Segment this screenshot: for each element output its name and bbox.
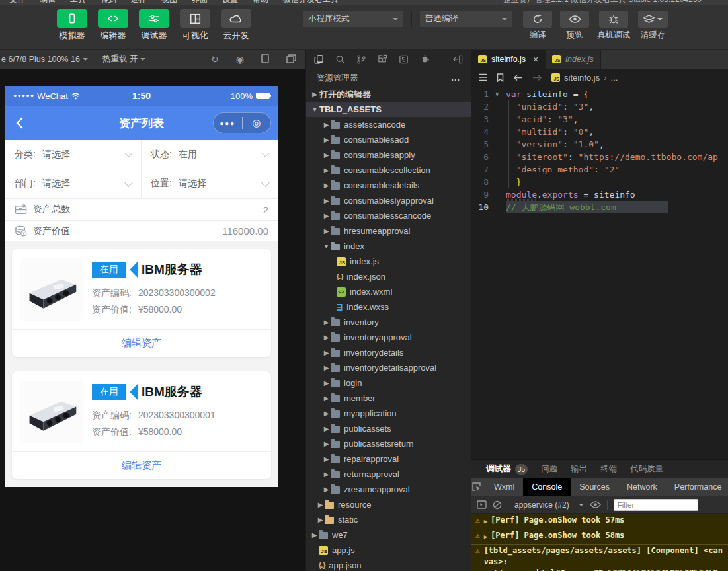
tree-item[interactable]: ▶ assetsscancode [306,117,471,132]
debugger-panel-tab[interactable]: 终端 [600,463,617,475]
toolbar-button[interactable]: 编辑器 [98,9,128,42]
devtools-tab[interactable]: Wxml [485,478,523,496]
debugger-panel-tab[interactable]: 输出 [571,463,587,475]
tree-chevron-icon[interactable]: ▶ [322,410,331,417]
tree-item[interactable]: ▶ inventorydetailsapproval [306,360,471,375]
menu-item[interactable]: 视图 [161,0,177,5]
tree-chevron-icon[interactable]: ▶ [322,227,331,235]
toolbar-button[interactable]: 云开发 [221,9,251,42]
filter-dropdown[interactable]: 状态: 在用 [142,140,278,169]
more-menu-button[interactable]: ●●● [214,120,242,127]
menu-item[interactable]: 选择 [131,0,147,5]
tree-item[interactable]: Ǝ index.wxss [306,299,471,315]
more-actions-icon[interactable]: ... [452,73,460,83]
expand-arrow-icon[interactable]: ▶ [484,531,487,543]
back-arrow-icon[interactable] [513,74,523,81]
tree-item[interactable]: {..} index.json [306,269,471,284]
tree-chevron-icon[interactable]: ▶ [322,395,331,402]
edit-asset-link[interactable]: 编辑资产 [122,459,161,472]
tree-item[interactable]: ▶ repairapproval [306,451,471,467]
tree-chevron-icon[interactable]: ▶ [322,440,331,447]
close-icon[interactable]: × [533,54,538,65]
hot-reload-toggle[interactable]: 热重载 开 [102,54,145,65]
tree-item[interactable]: ▶ publicassets [306,421,471,436]
windows-icon[interactable] [286,54,296,65]
fold-icon[interactable]: ∨ [495,88,506,100]
filter-dropdown[interactable]: 位置: 请选择 [142,169,278,198]
debugger-panel-tab[interactable]: 代码质量 [630,463,663,475]
debugger-panel-tab[interactable]: 问题 [541,463,557,475]
outline-icon[interactable] [478,73,487,81]
tree-item[interactable]: JS app.js [306,543,471,558]
fold-icon[interactable] [495,100,506,113]
tree-chevron-icon[interactable]: ▶ [322,197,331,204]
fold-icon[interactable] [495,176,506,188]
tree-item[interactable]: ▶ member [306,391,471,406]
tree-item[interactable]: ▶ myapplication [306,406,471,421]
fold-icon[interactable] [495,188,506,201]
teapot-icon[interactable] [420,54,430,64]
tree-item[interactable]: ▶ hresumeapproval [306,223,471,239]
tree-item[interactable]: ▶ consumablesscancode [306,208,471,223]
tree-chevron-icon[interactable]: ▶ [322,349,331,356]
bookmark-icon[interactable] [497,73,504,82]
debugger-panel-tab[interactable]: 调试器 35 [486,463,528,475]
tree-item[interactable]: ▶ inventory [306,315,471,330]
menu-item[interactable]: 帮助 [253,0,268,5]
console-sidebar-icon[interactable] [477,500,487,509]
menu-item[interactable]: 界面 [192,0,208,5]
tree-chevron-icon[interactable]: ▶ [322,182,331,189]
tree-item[interactable]: <> index.wxml [306,284,471,299]
tree-chevron-icon[interactable]: ▶ [322,425,331,432]
snippets-icon[interactable] [399,54,409,65]
fold-icon[interactable] [495,138,506,151]
tree-chevron-icon[interactable]: ▶ [322,471,331,478]
expand-arrow-icon[interactable]: ▶ [484,516,487,527]
tree-chevron-icon[interactable]: ▶ [322,136,331,143]
console-link[interactable]: ent/canvas.html#Canvas-2D-%E7%A4%BA%E4%B… [484,568,718,571]
tree-item[interactable]: ▶ returnapproval [306,467,471,482]
devtools-tab[interactable]: Sources [571,478,618,496]
tree-chevron-icon[interactable]: ▶ [322,334,331,341]
tree-item[interactable]: JS index.js [306,254,471,269]
menu-item[interactable]: 转到 [101,0,116,5]
clear-console-icon[interactable] [493,500,502,510]
tree-item[interactable]: ▶ consumablesadd [306,132,471,147]
tree-item[interactable]: ▶ consumablescollection [306,163,471,178]
git-branch-icon[interactable] [356,54,366,65]
toolbar-button[interactable]: 调试器 [139,9,169,42]
compile-dropdown[interactable]: 普通编译 [420,11,512,27]
toolbar-action[interactable]: 真机调试 [597,11,630,41]
tree-chevron-icon[interactable]: ▶ [322,212,331,219]
tree-chevron-icon[interactable]: ▶ [322,151,331,159]
tree-item[interactable]: ▶ zresumeapproval [306,482,471,497]
tree-chevron-icon[interactable]: ▼ [322,243,331,250]
tree-chevron-icon[interactable]: ▶ [322,319,331,326]
menu-item[interactable]: 工具 [70,0,86,5]
tree-item[interactable]: ▼ index [306,239,471,254]
tree-item[interactable]: ▶ inventorydetails [306,345,471,360]
devtools-tab[interactable]: Console [523,478,571,496]
edit-asset-link[interactable]: 编辑资产 [122,337,161,350]
tree-chevron-icon[interactable]: ▶ [322,167,331,174]
toolbar-button[interactable]: 模拟器 [57,9,87,42]
breadcrumb-file[interactable]: JS siteinfo.js › ... [551,73,618,83]
forward-arrow-icon[interactable] [532,74,542,81]
fold-icon[interactable] [495,201,506,213]
tree-chevron-icon[interactable]: ▶ [310,531,319,539]
devtools-tab[interactable]: Performance [666,478,728,496]
menu-item[interactable]: 文件 [9,0,25,5]
toolbar-action[interactable]: 预览 [560,11,589,41]
tree-chevron-icon[interactable]: ▶ [322,121,331,128]
files-icon[interactable] [314,54,324,65]
tree-item[interactable]: ▶ consumableslyapproval [306,193,471,208]
open-editors-row[interactable]: ▶ 打开的编辑器 [306,87,471,102]
toolbar-button[interactable]: 可视化 [180,9,210,42]
tree-item[interactable]: ▶ publicassetsreturn [306,436,471,451]
phone-view-icon[interactable] [261,54,269,65]
devtools-tab[interactable]: Network [618,478,666,496]
tree-item[interactable]: ▶ static [306,512,471,527]
fold-icon[interactable] [495,113,506,126]
console-filter-input[interactable] [614,499,698,511]
stop-icon[interactable]: ◉ [236,55,244,64]
